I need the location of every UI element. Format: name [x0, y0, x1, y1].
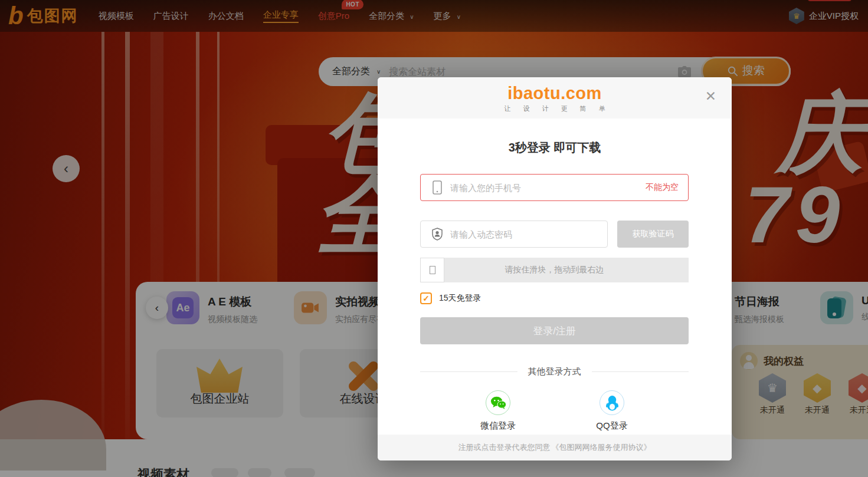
modal-title: 3秒登录 即可下载: [378, 140, 732, 156]
modal-logo: ibaotu.com: [507, 84, 602, 103]
qq-login-label[interactable]: QQ登录: [576, 420, 648, 432]
code-input[interactable]: [450, 229, 607, 239]
code-field: [420, 221, 608, 248]
modal-header: ibaotu.com 让 设 计 更 简 单 ✕: [378, 77, 732, 119]
qq-login-button[interactable]: [600, 390, 624, 415]
phone-input[interactable]: [450, 183, 646, 193]
slider-captcha: 请按住滑块，拖动到最右边: [420, 258, 689, 282]
wechat-login-button[interactable]: [486, 390, 510, 415]
modal-footer: 注册或点击登录代表您同意《包图网网络服务使用协议》: [378, 435, 732, 460]
phone-field: 不能为空: [420, 174, 689, 201]
agreement-prefix: 注册或点击登录代表您同意: [458, 442, 551, 453]
agreement-link[interactable]: 《包图网网络服务使用协议》: [552, 442, 651, 453]
get-code-button[interactable]: 获取验证码: [617, 221, 689, 248]
qq-icon: [605, 395, 619, 411]
login-modal: ibaotu.com 让 设 计 更 简 单 ✕ 3秒登录 即可下载 不能为空 …: [378, 77, 732, 460]
shield-user-icon: [431, 228, 443, 241]
checkbox-checked-icon[interactable]: ✓: [420, 292, 432, 304]
other-login-divider: 其他登录方式: [420, 366, 689, 377]
phone-error-text: 不能为空: [646, 182, 679, 193]
other-login-label: 其他登录方式: [528, 366, 581, 377]
phone-icon: [433, 180, 442, 195]
slider-captcha-text: 请按住滑块，拖动到最右边: [420, 258, 689, 282]
slider-handle[interactable]: [420, 258, 444, 282]
wechat-icon: [490, 396, 506, 410]
remember-label: 15天免登录: [439, 293, 482, 304]
remember-checkbox-row[interactable]: ✓ 15天免登录: [420, 292, 482, 304]
modal-tagline: 让 设 计 更 简 单: [378, 104, 732, 113]
wechat-login-label[interactable]: 微信登录: [462, 420, 534, 432]
page: 包 全 庆 79 b 包图网 视频模板 广告设计 办公文档 企业专享 创意Pro…: [0, 0, 868, 477]
login-register-button[interactable]: 登录/注册: [420, 317, 689, 344]
close-icon[interactable]: ✕: [705, 90, 716, 103]
